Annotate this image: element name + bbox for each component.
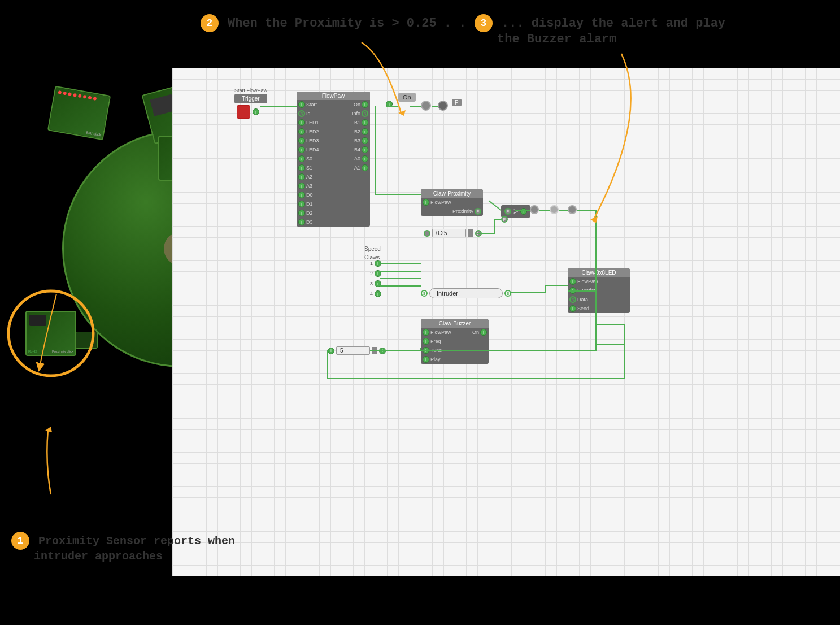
led-send-row: I Send [568, 304, 630, 313]
flowpaw-header: FlowPaw [297, 92, 370, 100]
comp-in1-port[interactable]: F [504, 208, 511, 215]
d2-in-port[interactable]: I [298, 210, 305, 216]
red-stop-button[interactable] [237, 105, 250, 119]
pass-through-3 [550, 205, 559, 214]
led-send-port[interactable]: I [569, 305, 576, 312]
flowpaw-led2-row: I LED2 B2 I [297, 127, 370, 136]
flowpaw-led3-row: I LED3 B3 I [297, 136, 370, 145]
val-025-input[interactable]: 0.25 [432, 229, 466, 237]
on-out-port[interactable]: I [386, 101, 393, 107]
pass-through-4 [568, 205, 577, 214]
led4-in-port[interactable]: I [298, 146, 305, 153]
a3-in-port[interactable]: I [298, 183, 305, 189]
trigger-label: Trigger [234, 94, 267, 103]
start-out-port[interactable]: I [362, 101, 368, 108]
led-matrix-module: 8x8 click [47, 86, 111, 140]
buzzer-play-port[interactable]: I [423, 356, 429, 363]
p-label: P [452, 99, 462, 106]
flowpaw-a3-row: I A3 [297, 181, 370, 190]
proximity-out-port[interactable]: F [475, 208, 481, 215]
value-025-block: F 0.25 F [424, 229, 482, 237]
flowpaw-id-row: S Id Info S [297, 109, 370, 118]
val5-input[interactable]: 5 [336, 346, 370, 355]
claw1-port[interactable]: I [375, 260, 381, 267]
svg-line-4 [489, 201, 501, 210]
claw-proximity-block: Claw-Proximity I FlowPaw Proximity F [421, 189, 483, 216]
claw3-port[interactable]: I [375, 280, 381, 287]
wire-connections [172, 68, 840, 576]
proximity-out-row: Proximity F [421, 207, 483, 216]
prox-flowpaw-port[interactable]: I [423, 199, 429, 206]
claw-8x8led-block: Claw-8x8LED I FlowPaw I Function S Data … [568, 268, 630, 313]
comp-out-port[interactable]: I [520, 208, 527, 215]
a2-in-port[interactable]: I [298, 173, 305, 180]
s0-out-port[interactable]: I [362, 155, 368, 162]
proximity-click-container: Proximity click RoHS [6, 288, 96, 379]
s1-out-port[interactable]: I [362, 164, 368, 171]
flowpaw-start-row: I Start On I [297, 100, 370, 109]
buzzer-flowpaw-row: I FlowPaw On I [421, 328, 489, 337]
on-label-top: On [398, 93, 416, 102]
s0-in-port[interactable]: I [298, 155, 305, 162]
led3-out-port[interactable]: I [362, 137, 368, 144]
proximity-header: Claw-Proximity [421, 189, 483, 198]
on-out-area: I [386, 101, 393, 107]
s1-in-port[interactable]: I [298, 164, 305, 171]
flowpaw-d3-row: I D3 [297, 218, 370, 227]
comp-in2-port[interactable]: F [501, 216, 508, 223]
proximity-click-module: Proximity click RoHS [25, 311, 76, 356]
buzzer-freq-row: I Freq [421, 337, 489, 346]
val-025-in-port[interactable]: F [424, 230, 430, 237]
flowpaw-a2-row: I A2 [297, 172, 370, 181]
val-025-down[interactable] [468, 233, 473, 237]
led2-out-port[interactable]: I [362, 128, 368, 135]
val5-up[interactable] [372, 347, 377, 350]
led3-in-port[interactable]: I [298, 137, 305, 144]
val5-down[interactable] [372, 351, 377, 354]
claw4-port[interactable]: I [375, 290, 381, 297]
led-header: Claw-8x8LED [568, 268, 630, 277]
led-function-port[interactable]: I [569, 287, 576, 294]
val5-out-port[interactable]: I [379, 348, 386, 354]
buzzer-freq-port[interactable]: I [423, 338, 429, 345]
claw-buzzer-block: Claw-Buzzer I FlowPaw On I I Freq I Tune… [421, 319, 489, 364]
flowpaw-led1-row: I LED1 B1 I [297, 118, 370, 127]
d0-in-port[interactable]: I [298, 192, 305, 198]
flowpaw-s0-row: I S0 A0 I [297, 154, 370, 163]
intruder-out-port[interactable]: S [504, 290, 511, 297]
led2-in-port[interactable]: I [298, 128, 305, 135]
id-out-port[interactable]: S [362, 110, 368, 117]
bubble-3: 3 [475, 14, 493, 32]
flowpaw-d0-row: I D0 [297, 190, 370, 199]
val-025-up[interactable] [468, 229, 473, 233]
proximity-flowpaw-row: I FlowPaw [421, 198, 483, 207]
d1-in-port[interactable]: I [298, 201, 305, 207]
buzzer-header: Claw-Buzzer [421, 319, 489, 328]
annotation-1: 1 Proximity Sensor reports when intruder… [11, 532, 235, 563]
id-in-port[interactable]: S [298, 110, 305, 117]
d3-in-port[interactable]: I [298, 219, 305, 225]
trigger-out-port[interactable]: I [253, 108, 259, 115]
bubble-1: 1 [11, 532, 29, 550]
led1-in-port[interactable]: I [298, 119, 305, 126]
led1-out-port[interactable]: I [362, 119, 368, 126]
annotation-3: 3 ... display the alert and play the Buz… [475, 14, 725, 46]
buzzer-flowpaw-port[interactable]: I [423, 329, 429, 336]
speed-label: Speed [364, 246, 381, 252]
val5-in-port[interactable]: I [328, 348, 334, 354]
intruder-input[interactable]: Intruder! [429, 288, 503, 298]
flow-canvas: Start FlowPaw Trigger I FlowPaw I Start … [172, 68, 840, 576]
intruder-in-port[interactable]: S [421, 290, 428, 297]
gray-circle-btn[interactable] [438, 101, 448, 111]
flowpaw-s1-row: I S1 A1 I [297, 163, 370, 172]
led-data-port[interactable]: S [569, 296, 576, 303]
val-025-out-port[interactable]: F [475, 230, 482, 237]
buzzer-on-port[interactable]: I [480, 329, 487, 336]
led-flowpaw-port[interactable]: I [569, 278, 576, 285]
led4-out-port[interactable]: I [362, 146, 368, 153]
buzzer-tune-port[interactable]: I [423, 347, 429, 354]
annotation-2: 2 When the Proximity is > 0.25 . . . [201, 14, 481, 32]
start-in-port[interactable]: I [298, 101, 305, 108]
claw2-port[interactable]: I [375, 270, 381, 277]
pass-through-2 [530, 205, 539, 214]
